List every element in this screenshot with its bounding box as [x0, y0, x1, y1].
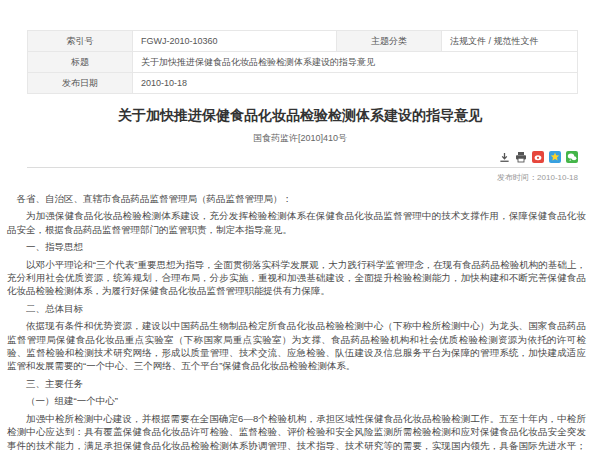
publish-time: 发布时间：2010-10-18 [0, 172, 578, 183]
intro-paragraph: 为加强保健食品化妆品检验检测体系建设，充分发挥检验检测体系在保健食品化妆品监督管… [7, 209, 586, 236]
wechat-share-icon[interactable] [566, 151, 578, 163]
print-icon[interactable] [515, 151, 527, 163]
index-number-value: FGWJ-2010-10360 [133, 31, 337, 52]
section-1-heading: 一、指导思想 [7, 240, 586, 253]
publish-date-label: 发布日期 [28, 73, 133, 94]
meta-row-date: 发布日期 2010-10-18 [28, 73, 578, 94]
section-1-paragraph: 以邓小平理论和“三个代表”重要思想为指导，全面贯彻落实科学发展观，大力践行科学监… [7, 258, 586, 298]
section-2-heading: 二、总体目标 [7, 302, 586, 315]
document-page: 索引号 FGWJ-2010-10360 主题分类 法规文件 / 规范性文件 标题… [0, 30, 600, 450]
subject-category-value: 法规文件 / 规范性文件 [442, 31, 578, 52]
page-title: 关于加快推进保健食品化妆品检验检测体系建设的指导意见 [0, 107, 600, 125]
section-2-paragraph: 依据现有条件和优势资源，建设以中国药品生物制品检定所食品化妆品检验检测中心（下称… [7, 319, 586, 373]
index-number-label: 索引号 [28, 31, 133, 52]
section-3-sub-heading: （一）组建“一个中心” [7, 394, 586, 407]
share-toolbar [0, 151, 578, 163]
article-body: 各省、自治区、直辖市食品药品监督管理局（药品监督管理局）： 为加强保健食品化妆品… [7, 192, 586, 450]
publish-date-value: 2010-10-18 [133, 73, 578, 94]
qzone-share-icon[interactable] [549, 151, 561, 163]
meta-row-title: 标题 关于加快推进保健食品化妆品检验检测体系建设的指导意见 [28, 52, 578, 73]
download-icon[interactable] [498, 151, 510, 163]
subject-category-label: 主题分类 [337, 31, 442, 52]
salutation: 各省、自治区、直辖市食品药品监督管理局（药品监督管理局）： [7, 192, 586, 205]
meta-row-index: 索引号 FGWJ-2010-10360 主题分类 法规文件 / 规范性文件 [28, 31, 578, 52]
weibo-share-icon[interactable] [532, 151, 544, 163]
title-label: 标题 [28, 52, 133, 73]
section-3-heading: 三、主要任务 [7, 377, 586, 390]
document-number: 国食药监许[2010]410号 [0, 132, 600, 145]
section-3-paragraph: 加强中检所检测中心建设，并根据需要在全国确定6—8个检验机构，承担区域性保健食品… [7, 412, 586, 450]
title-value: 关于加快推进保健食品化妆品检验检测体系建设的指导意见 [133, 52, 578, 73]
document-meta-table: 索引号 FGWJ-2010-10360 主题分类 法规文件 / 规范性文件 标题… [27, 30, 578, 94]
title-separator [27, 167, 578, 168]
